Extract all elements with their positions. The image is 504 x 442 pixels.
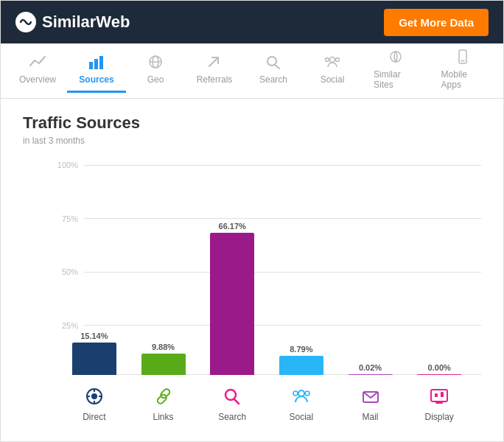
direct-icon (85, 387, 104, 409)
svg-point-11 (336, 58, 340, 62)
bar-label-group-links: Links (129, 375, 198, 434)
tab-search-label: Search (259, 74, 287, 85)
bars-container: 15.14%9.88%66.17%8.79%0.02%0.00% (60, 161, 474, 375)
overview-icon (29, 55, 46, 71)
search-icon (265, 55, 281, 71)
bar-label-group-social: Social (267, 375, 336, 434)
tab-mobile-apps[interactable]: Mobile Apps (430, 43, 496, 98)
svg-rect-27 (431, 390, 447, 401)
bar-group-links: 9.88% (129, 161, 198, 375)
bar-group-social: 8.79% (267, 161, 336, 375)
logo-icon (15, 12, 36, 32)
svg-point-23 (298, 390, 304, 396)
geo-icon (147, 55, 164, 71)
display-icon (430, 387, 449, 409)
logo: SimilarWeb (15, 12, 130, 32)
svg-point-24 (293, 391, 298, 396)
svg-rect-30 (435, 393, 438, 397)
svg-rect-2 (99, 56, 103, 69)
tab-sources[interactable]: Sources (67, 49, 126, 93)
svg-line-22 (234, 399, 239, 404)
svg-line-8 (275, 65, 279, 69)
get-more-data-button[interactable]: Get More Data (384, 9, 489, 36)
bar-value-links: 9.88% (152, 343, 175, 351)
social-icon (324, 55, 340, 71)
main-content: Traffic Sources in last 3 months 100% 75… (1, 99, 503, 441)
svg-point-10 (326, 58, 329, 62)
bar-label-text-mail: Mail (363, 412, 379, 422)
chart-area: 100% 75% 50% 25% (23, 161, 481, 434)
svg-point-12 (391, 52, 401, 62)
search-icon (223, 387, 242, 409)
tab-mobile-apps-label: Mobile Apps (441, 69, 484, 90)
bar-group-search: 66.17% (197, 161, 267, 375)
mobile-apps-icon (455, 49, 471, 66)
bar-direct (72, 343, 116, 375)
bar-links (141, 354, 186, 375)
bar-value-mail: 0.02% (359, 363, 382, 372)
links-icon (154, 387, 173, 409)
app-container: SimilarWeb Get More Data Overview Source… (0, 0, 504, 442)
svg-line-6 (209, 59, 217, 66)
tab-overview[interactable]: Overview (8, 49, 67, 93)
bar-group-display: 0.00% (405, 161, 474, 375)
tab-similar-sites-label: Similar Sites (374, 69, 418, 90)
tab-social-label: Social (321, 74, 345, 85)
bar-label-text-direct: Direct (83, 412, 105, 422)
bar-label-text-social: Social (290, 412, 314, 422)
svg-point-25 (305, 391, 309, 396)
bar-label-group-search: Search (197, 375, 267, 434)
bar-label-text-links: Links (153, 412, 174, 422)
header: SimilarWeb Get More Data (1, 1, 503, 43)
sources-icon (88, 55, 105, 71)
referrals-icon (206, 55, 223, 71)
social-icon (292, 387, 311, 409)
svg-point-16 (91, 393, 97, 399)
tab-similar-sites[interactable]: Similar Sites (362, 43, 430, 98)
bar-value-search: 66.17% (219, 222, 246, 231)
bar-label-group-direct: Direct (60, 375, 129, 434)
page-subtitle: in last 3 months (23, 136, 481, 146)
mail-icon (361, 387, 380, 409)
bar-label-text-display: Display (425, 412, 454, 422)
tab-sources-label: Sources (79, 74, 113, 85)
tab-referrals-label: Referrals (197, 74, 233, 85)
bar-label-text-search: Search (218, 412, 246, 422)
tab-social[interactable]: Social (303, 49, 362, 93)
svg-rect-0 (89, 62, 93, 69)
bar-search (210, 233, 254, 375)
similar-sites-icon (388, 49, 404, 66)
svg-rect-31 (441, 392, 444, 397)
tab-geo-label: Geo (147, 74, 164, 85)
tab-geo[interactable]: Geo (126, 49, 185, 93)
bar-label-group-display: Display (405, 375, 474, 434)
bar-value-social: 8.79% (290, 345, 312, 354)
bar-group-mail: 0.02% (336, 161, 405, 375)
svg-rect-1 (94, 59, 98, 69)
tab-referrals[interactable]: Referrals (185, 49, 244, 93)
bar-group-direct: 15.14% (60, 161, 129, 375)
logo-text: SimilarWeb (42, 13, 130, 32)
nav-tabs: Overview Sources Geo Referrals (1, 43, 503, 99)
tab-overview-label: Overview (19, 74, 56, 85)
bar-value-display: 0.00% (428, 363, 451, 372)
tab-search[interactable]: Search (244, 49, 303, 93)
bar-social (279, 356, 323, 375)
chart-grid: 100% 75% 50% 25% (23, 161, 481, 434)
bar-labels: DirectLinksSearchSocialMailDisplay (60, 375, 474, 434)
bar-label-group-mail: Mail (336, 375, 405, 434)
page-title: Traffic Sources (23, 113, 481, 133)
bar-value-direct: 15.14% (80, 332, 108, 340)
svg-point-9 (330, 57, 335, 63)
svg-rect-13 (459, 50, 466, 63)
